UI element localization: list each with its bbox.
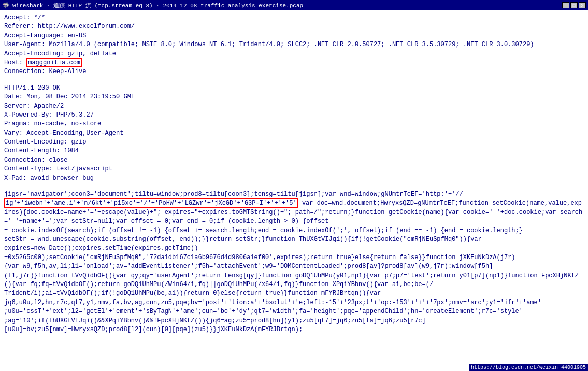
line-js-10: ;u0u='cssT'+'ext';l2='getEl'+'ement'+'sB…: [4, 307, 584, 316]
line-x-powered-by: X-Powered-By: PHP/5.3.27: [4, 111, 584, 120]
line-vary: Vary: Accept-Encoding,User-Agent: [4, 129, 584, 138]
line-accept-encoding: Accept-Encoding: gzip, deflate: [4, 50, 584, 59]
line-js-12: [u0u]=bv;zu5[nmv]=HwryxsQZD;prod8[l2](cu…: [4, 325, 584, 334]
status-bar: https://blog.csdn.net/weixin_44001905: [469, 364, 588, 371]
minimize-button[interactable]: _: [562, 2, 569, 8]
line-js-7: (l1,j7r)}function tVvQidbOF(){var qy;qy=…: [4, 272, 584, 290]
line-accept: Accept: */*: [4, 13, 584, 22]
line-js-4: expires=new Date();expires.setTime(expir…: [4, 244, 584, 253]
line-referer: Referer: http://www.excelforum.com/: [4, 22, 584, 31]
maximize-button[interactable]: □: [570, 2, 578, 8]
line-http-status: HTTP/1.1 200 OK: [4, 84, 584, 93]
line-empty-1: [4, 77, 584, 84]
status-url: https://blog.csdn.net/weixin_44001905: [471, 365, 586, 370]
line-connection: Connection: Keep-Alive: [4, 67, 584, 76]
host-highlight: magggnitia.com: [26, 58, 82, 67]
line-js-1: jigsr='navigator';coon3='document';tiltu…: [4, 190, 584, 199]
line-user-agent: User-Agent: Mozilla/4.0 (compatible; MSI…: [4, 40, 584, 49]
line-content-length: Content-Length: 1084: [4, 147, 584, 155]
main-content: Accept: */* Referer: http://www.excelfor…: [0, 10, 588, 371]
title-bar: 🦈 Wireshark · 追踪 HTTP 流 (tcp.stream eq 8…: [0, 0, 588, 10]
title-bar-left: 🦈 Wireshark · 追踪 HTTP 流 (tcp.stream eq 8…: [2, 2, 303, 9]
line-accept-language: Accept-Language: en-US: [4, 32, 584, 40]
title-text: Wireshark · 追踪 HTTP 流 (tcp.stream eq 8) …: [12, 2, 303, 9]
line-date: Date: Mon, 08 Dec 2014 23:19:50 GMT: [4, 93, 584, 102]
line-empty-2: [4, 183, 584, 190]
line-js-3: setStr = wnd.unescape(cookie.substring(o…: [4, 235, 584, 244]
line-js-6: {var w9,f5h,av,l1;l1='onload';av='addEve…: [4, 262, 584, 271]
line-js-highlight: ig'+'iwebn'+'ame.i'+'n/6kt'+'pi5xo'+'/'+…: [4, 199, 584, 226]
line-content-encoding: Content-Encoding: gzip: [4, 138, 584, 147]
line-js-8: Trident/i);ai=tVvQidbOF();if(!goDQ1UhMPu…: [4, 289, 584, 298]
line-x-pad: X-Pad: avoid browser bug: [4, 174, 584, 183]
line-js-11: ;ag='10';if(ThUXGtVIJqi()&&XPqiYBbnv()&&…: [4, 317, 584, 325]
url-highlight: ig'+'iwebn'+'ame.i'+'n/6kt'+'pi5xo'+'/'+…: [4, 198, 298, 208]
title-bar-controls[interactable]: _ □ X: [562, 2, 586, 8]
wireshark-icon: 🦈: [2, 2, 9, 9]
line-js-2: = cookie.indexOf(search);if (offset != -…: [4, 226, 584, 235]
line-connection2: Connection: close: [4, 156, 584, 165]
line-js-5: +0x5265c00);setCookie("cmRjNEuSpfMq0",'7…: [4, 253, 584, 262]
line-content-type: Content-Type: text/javascript: [4, 165, 584, 174]
line-pragma: Pragma: no-cache, no-store: [4, 120, 584, 129]
line-server: Server: Apache/2: [4, 102, 584, 111]
close-button[interactable]: X: [579, 2, 586, 8]
line-host: Host: magggnitia.com: [4, 59, 584, 67]
line-js-9: jq6,u0u,l2,hn,r7c,qt7,y1,nmv,fa,bv,ag,cu…: [4, 298, 584, 307]
